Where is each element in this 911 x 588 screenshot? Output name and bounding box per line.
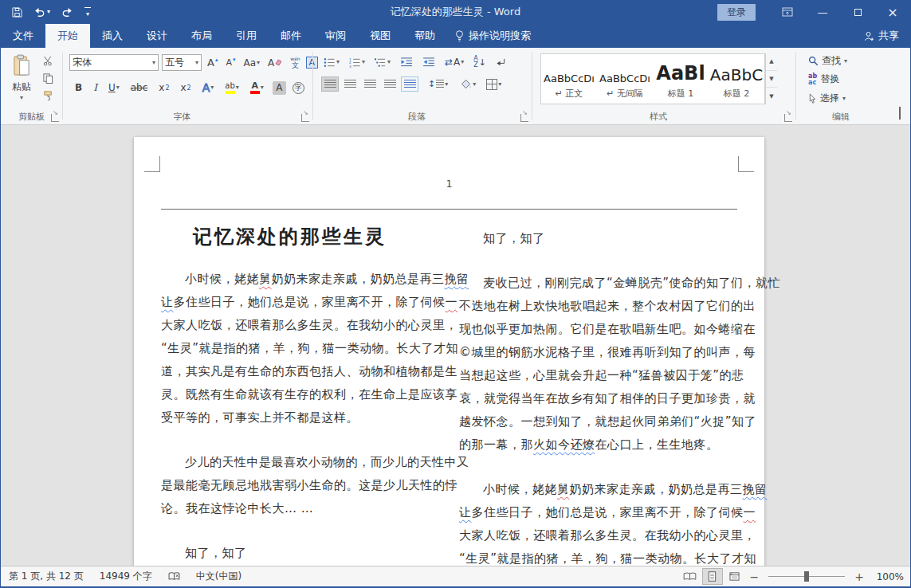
subscript-button[interactable]: x2 — [156, 80, 171, 95]
justify-button[interactable] — [381, 76, 399, 92]
tab-5[interactable]: 引用 — [224, 24, 269, 48]
underline-button[interactable]: U▾ — [106, 80, 122, 95]
tab-1[interactable]: 开始 — [45, 24, 90, 48]
crop-mark-top-right — [738, 156, 754, 172]
font-size-combo[interactable]: 五号▾ — [162, 54, 202, 71]
font-name-combo[interactable]: 宋体▾ — [69, 54, 159, 71]
paste-button[interactable]: 粘贴 ▾ — [6, 53, 37, 103]
share-button[interactable]: 共享 — [863, 24, 899, 48]
clipboard-dialog-launcher[interactable] — [51, 114, 59, 122]
font-dialog-launcher[interactable] — [301, 114, 309, 122]
decrease-indent-button[interactable] — [398, 56, 415, 69]
language-indicator[interactable]: 中文(中国) — [188, 570, 249, 583]
change-case-button[interactable]: Aa▾ — [241, 56, 262, 70]
redo-icon[interactable] — [61, 7, 73, 17]
group-font: 宋体▾ 五号▾ A▴ A▾ Aa▾ A wén文 A B I U▾ abc x2… — [63, 48, 312, 124]
paragraph-group-label: 段落 — [313, 111, 520, 123]
numbering-button[interactable]: 123 ▾ — [347, 56, 367, 69]
styles-gallery-expand-icon[interactable]: ▼ — [766, 88, 777, 104]
lightbulb-icon — [455, 29, 464, 42]
ribbon-display-options-icon[interactable] — [770, 0, 805, 24]
italic-button[interactable]: I — [91, 80, 100, 95]
tab-7[interactable]: 审阅 — [313, 24, 358, 48]
select-button[interactable]: 选择 ▾ — [806, 90, 848, 107]
highlight-color-button[interactable]: ab ▾ — [222, 80, 241, 96]
zoom-slider-thumb[interactable] — [804, 571, 809, 582]
font-color-button[interactable]: A ▾ — [248, 80, 266, 96]
shading-bucket-icon[interactable]: ▾ — [457, 77, 478, 92]
proofing-errors-icon[interactable] — [160, 572, 188, 581]
document-page[interactable]: 1 记忆深处的那些生灵小时候，姥姥舅奶奶来家走亲戚，奶奶总是再三挽留让多住些日子… — [134, 137, 764, 566]
word-count[interactable]: 14949 个字 — [92, 570, 160, 583]
document-area[interactable]: 1 记忆深处的那些生灵小时候，姥姥舅奶奶来家走亲戚，奶奶总是再三挽留让多住些日子… — [1, 125, 910, 566]
page-indicator[interactable]: 第 1 页, 共 12 页 — [1, 570, 92, 583]
tab-3[interactable]: 设计 — [135, 24, 179, 48]
format-painter-icon[interactable] — [41, 89, 56, 103]
style-card-3[interactable]: AaBbC标题 2 — [709, 54, 764, 104]
styles-scroll-down-icon[interactable]: ▼ — [766, 71, 777, 88]
sign-in-button[interactable]: 登录 — [717, 4, 756, 21]
tell-me-search[interactable]: 操作说明搜索 — [447, 24, 539, 48]
shrink-font-button[interactable]: A▾ — [223, 56, 238, 69]
sort-button[interactable]: AZ ↓ — [471, 54, 489, 70]
text-line: 是最能毫无顾忌地戕害弱小生命的。这是少儿天性的悖 — [161, 474, 440, 497]
align-left-button[interactable] — [321, 76, 339, 92]
align-right-button[interactable] — [361, 76, 379, 92]
grow-font-button[interactable]: A▴ — [205, 55, 220, 70]
text-line: 灵。既然有生命就该有生存的权利，在生命上是应该享 — [161, 383, 440, 406]
strikethrough-button[interactable]: abc — [128, 80, 151, 95]
superscript-button[interactable]: x2 — [179, 80, 194, 95]
tab-4[interactable]: 布局 — [179, 24, 224, 48]
find-button[interactable]: 查找 ▾ — [806, 53, 850, 69]
phonetic-guide-button[interactable]: wén文 — [288, 55, 302, 71]
zoom-in-button[interactable]: + — [851, 570, 867, 583]
style-name: 标题 1 — [653, 88, 709, 100]
tab-file[interactable]: 文件 — [1, 24, 45, 48]
text-line: 麦收已过，刚刚完成了“金蝉脱壳”使命的知了们，就忙 — [459, 272, 738, 295]
bullets-button[interactable]: ▾ — [321, 56, 342, 69]
save-icon[interactable] — [12, 7, 22, 18]
align-center-button[interactable] — [341, 76, 359, 92]
zoom-out-button[interactable]: − — [747, 570, 763, 583]
tab-2[interactable]: 插入 — [90, 24, 135, 48]
minimize-button[interactable]: — — [805, 0, 840, 24]
style-card-2[interactable]: AaBl标题 1 — [653, 54, 709, 104]
customize-qat-icon[interactable]: ▾ — [84, 7, 91, 18]
style-preview: AaBbCcDı — [597, 61, 653, 84]
enclose-characters-button[interactable]: 字 — [293, 82, 304, 94]
clear-formatting-button[interactable]: A — [265, 56, 285, 70]
print-layout-icon[interactable] — [702, 568, 723, 585]
tab-8[interactable]: 视图 — [358, 24, 402, 48]
replace-button[interactable]: abac 替换 — [806, 71, 842, 88]
tab-6[interactable]: 邮件 — [269, 24, 313, 48]
quick-access-toolbar: ▾ ▾ — [1, 7, 91, 18]
zoom-slider[interactable] — [768, 576, 845, 577]
borders-button[interactable]: ▾ — [484, 77, 504, 92]
asian-layout-button[interactable]: ⇄A ▾ — [442, 55, 466, 69]
collapse-ribbon-icon[interactable] — [899, 108, 901, 120]
maximize-button[interactable] — [840, 0, 875, 24]
cut-icon[interactable] — [41, 54, 56, 68]
styles-dialog-launcher[interactable] — [784, 114, 792, 122]
multilevel-list-button[interactable]: ▾ — [372, 56, 393, 69]
paragraph-dialog-launcher[interactable] — [520, 114, 528, 122]
style-card-1[interactable]: AaBbCcDı↵ 无间隔 — [597, 54, 653, 104]
tab-9[interactable]: 帮助 — [402, 24, 447, 48]
undo-icon[interactable]: ▾ — [33, 7, 50, 17]
style-card-0[interactable]: AaBbCcDı↵ 正文 — [541, 54, 597, 104]
copy-icon[interactable] — [41, 72, 56, 85]
web-layout-icon[interactable] — [724, 568, 745, 585]
zoom-percentage[interactable]: 100% — [869, 571, 904, 582]
distribute-button[interactable] — [401, 76, 418, 92]
text-line: 大家人吃饭，还喂着那么多生灵。在我幼小的心灵里， — [459, 524, 738, 547]
increase-indent-button[interactable] — [420, 56, 438, 69]
text-effects-button[interactable]: A▾ — [200, 80, 217, 96]
close-button[interactable]: × — [875, 0, 910, 24]
read-mode-icon[interactable] — [680, 568, 701, 585]
bold-button[interactable]: B — [73, 80, 84, 95]
styles-scroll-up-icon[interactable]: ▲ — [766, 53, 777, 71]
line-spacing-button[interactable]: ↕ ▾ — [426, 77, 450, 91]
font-group-label: 字体 — [63, 111, 301, 123]
character-shading-button[interactable]: A — [273, 81, 286, 95]
show-marks-button[interactable] — [493, 57, 509, 69]
